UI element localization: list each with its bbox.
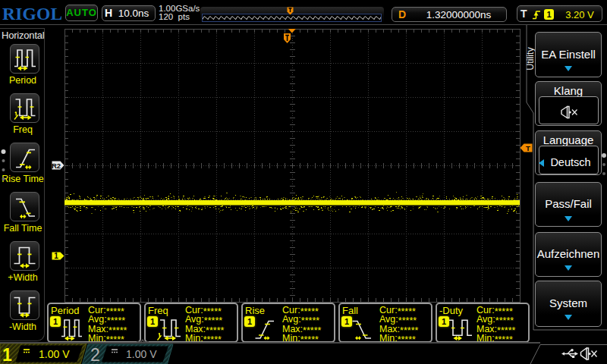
- svg-text:1.00 V: 1.00 V: [126, 348, 157, 360]
- svg-text:1.00 V: 1.00 V: [39, 348, 70, 360]
- svg-text:2: 2: [90, 345, 100, 364]
- svg-text:1: 1: [54, 252, 58, 260]
- svg-text:R2: R2: [52, 162, 61, 170]
- svg-text:1: 1: [2, 345, 12, 364]
